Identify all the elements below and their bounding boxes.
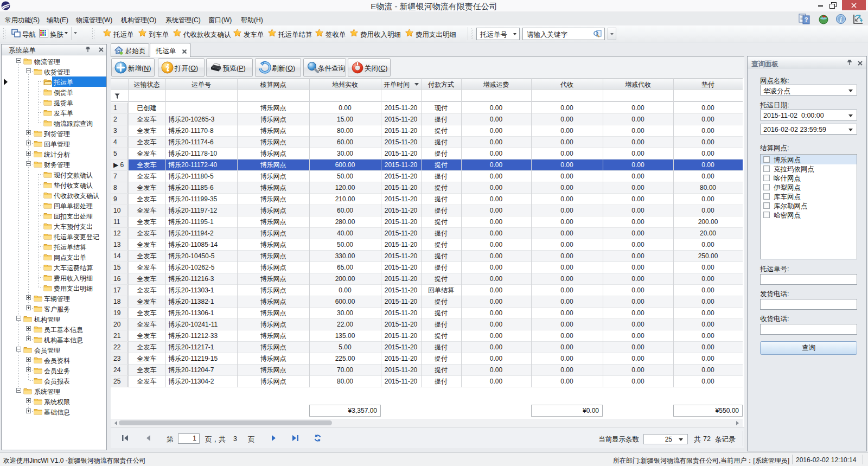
svg-text:?: ?: [805, 16, 808, 23]
